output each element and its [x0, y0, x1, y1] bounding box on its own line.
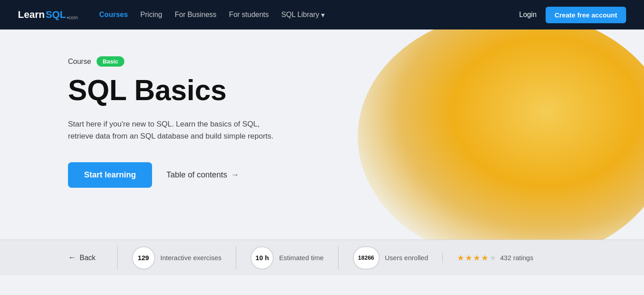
hero-description: Start here if you're new to SQL. Learn t… [68, 118, 283, 142]
basic-badge: Basic [97, 56, 125, 67]
ratings-count: 432 ratings [500, 254, 533, 261]
table-of-contents-link[interactable]: Table of contents → [166, 170, 239, 180]
nav-for-business[interactable]: For Business [175, 11, 216, 19]
nav-links: Courses Pricing For Business For student… [99, 11, 505, 19]
ratings-stat: ★ ★ ★ ★ ★ 432 ratings [442, 253, 547, 263]
login-button[interactable]: Login [519, 11, 537, 19]
time-label: Estimated time [279, 254, 323, 261]
enrolled-stat: 18266 Users enrolled [338, 246, 443, 270]
star-5-icon: ★ [489, 253, 496, 263]
nav-pricing[interactable]: Pricing [140, 11, 162, 19]
hero-actions: Start learning Table of contents → [68, 162, 283, 188]
enrolled-count: 18266 [353, 246, 380, 270]
course-label: Course Basic [68, 56, 283, 67]
logo-com-text: •com [67, 15, 78, 20]
create-account-button[interactable]: Create free account [546, 7, 626, 23]
enrolled-label: Users enrolled [385, 254, 428, 261]
arrow-left-icon: ← [68, 253, 76, 262]
logo-learn-text: Learn [18, 9, 45, 21]
stars-display: ★ ★ ★ ★ ★ [457, 253, 496, 263]
exercises-label: Interactive exercises [161, 254, 222, 261]
nav-for-students[interactable]: For students [229, 11, 269, 19]
time-count: 10 h [250, 246, 274, 270]
stats-bar: ← Back 129 Interactive exercises 10 h Es… [0, 240, 644, 275]
back-button[interactable]: ← Back [68, 253, 96, 262]
hero-background [358, 30, 644, 240]
page-title: SQL Basics [68, 76, 283, 105]
star-2-icon: ★ [465, 253, 472, 263]
logo[interactable]: LearnSQL •com [18, 9, 78, 21]
star-1-icon: ★ [457, 253, 464, 263]
start-learning-button[interactable]: Start learning [68, 162, 152, 188]
exercises-stat: 129 Interactive exercises [117, 246, 236, 270]
nav-courses[interactable]: Courses [99, 11, 128, 19]
nav-actions: Login Create free account [519, 7, 626, 23]
nav-sql-library[interactable]: SQL Library ▾ [281, 11, 325, 19]
chevron-down-icon: ▾ [321, 11, 325, 19]
course-prefix-text: Course [68, 58, 91, 66]
star-3-icon: ★ [473, 253, 480, 263]
navbar: LearnSQL •com Courses Pricing For Busine… [0, 0, 644, 30]
star-4-icon: ★ [481, 253, 488, 263]
exercises-count: 129 [132, 246, 155, 270]
hero-content: Course Basic SQL Basics Start here if yo… [68, 56, 283, 188]
logo-sql-text: SQL [46, 9, 66, 21]
toc-label-text: Table of contents [166, 170, 227, 180]
hero-section: Course Basic SQL Basics Start here if yo… [0, 30, 644, 240]
time-stat: 10 h Estimated time [236, 246, 338, 270]
arrow-right-icon: → [231, 170, 239, 180]
back-label: Back [80, 254, 96, 262]
nav-sql-library-label: SQL Library [281, 11, 319, 19]
